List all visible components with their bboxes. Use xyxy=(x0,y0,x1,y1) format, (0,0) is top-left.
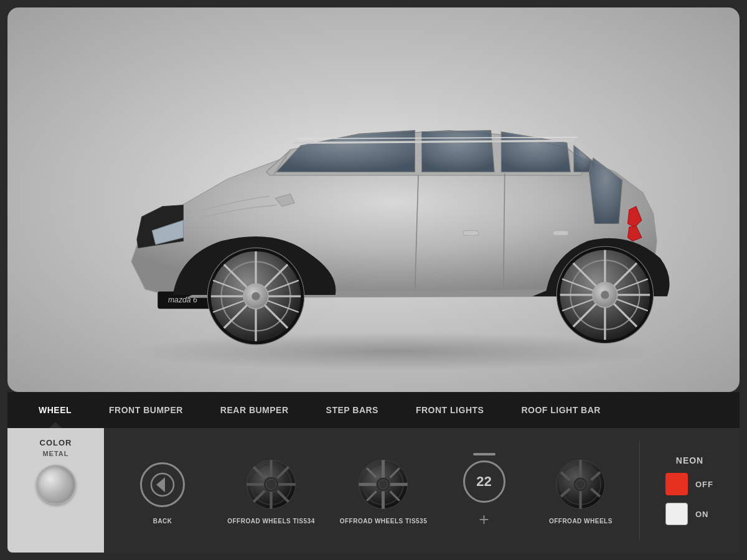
neon-off-label: OFF xyxy=(695,480,714,489)
car-illustration: mazda 6 xyxy=(62,27,685,372)
svg-point-56 xyxy=(378,480,388,489)
neon-on-option[interactable]: ON xyxy=(650,503,730,525)
navigation-bar: WHEEL FRONT BUMPER REAR BUMPER STEP BARS… xyxy=(7,392,740,428)
wheels-section: BACK xyxy=(104,428,639,553)
wheel-image-tis535 xyxy=(355,457,411,513)
nav-item-front-bumper[interactable]: FRONT BUMPER xyxy=(90,392,202,428)
car-image: mazda 6 xyxy=(7,7,740,392)
neon-off-option[interactable]: OFF xyxy=(650,473,730,495)
color-swatch[interactable] xyxy=(36,465,76,505)
color-subtitle: METAL xyxy=(42,450,68,457)
car-viewer: mazda 6 xyxy=(7,7,740,392)
bottom-panel: COLOR METAL BACK xyxy=(7,428,740,553)
size-decrease-button[interactable] xyxy=(473,453,496,455)
wheel-tis535[interactable]: OFFROAD WHEELS TIS535 xyxy=(327,457,440,525)
back-circle-button[interactable] xyxy=(140,462,185,507)
back-label: BACK xyxy=(153,518,172,525)
neon-on-color[interactable] xyxy=(665,503,688,525)
size-increase-button[interactable] xyxy=(473,508,496,531)
neon-off-color[interactable] xyxy=(665,473,688,495)
nav-item-wheel[interactable]: WHEEL xyxy=(20,392,90,428)
neon-section: NEON OFF ON xyxy=(640,428,740,553)
neon-on-label: ON xyxy=(695,510,714,519)
wheel-icon-tis534 xyxy=(245,458,298,511)
wheel-icon-last xyxy=(554,458,607,511)
wheel-size-selector[interactable]: 22 xyxy=(439,450,529,531)
svg-marker-32 xyxy=(156,477,165,492)
svg-point-44 xyxy=(266,479,276,490)
wheel-image-last xyxy=(553,457,609,513)
svg-point-30 xyxy=(601,291,609,299)
back-arrow-icon xyxy=(150,472,175,497)
nav-item-rear-bumper[interactable]: REAR BUMPER xyxy=(202,392,308,428)
svg-rect-7 xyxy=(463,231,478,236)
back-button-item[interactable]: BACK xyxy=(110,457,215,525)
nav-item-roof-light-bar[interactable]: ROOF LIGHT BAR xyxy=(502,392,619,428)
color-title: COLOR xyxy=(40,438,72,447)
wheel-label-last: OFFROAD WHEELS xyxy=(549,518,613,525)
svg-point-19 xyxy=(252,292,260,301)
svg-point-0 xyxy=(131,332,657,371)
size-badge: 22 xyxy=(463,460,505,503)
wheel-icon-tis535 xyxy=(357,458,410,511)
svg-point-66 xyxy=(576,480,585,489)
nav-item-front-lights[interactable]: FRONT LIGHTS xyxy=(397,392,502,428)
wheel-label-tis535: OFFROAD WHEELS TIS535 xyxy=(340,518,428,525)
color-section: COLOR METAL xyxy=(7,428,104,553)
wheel-tis534[interactable]: OFFROAD WHEELS TIS534 xyxy=(215,457,327,525)
svg-rect-8 xyxy=(553,231,568,236)
neon-title: NEON xyxy=(676,455,703,465)
wheel-label-tis534: OFFROAD WHEELS TIS534 xyxy=(227,518,315,525)
size-controls: 22 xyxy=(456,450,512,506)
wheel-tis-last[interactable]: OFFROAD WHEELS xyxy=(529,457,633,525)
back-button[interactable] xyxy=(134,457,190,513)
wheel-image-tis534 xyxy=(243,457,299,513)
nav-item-step-bars[interactable]: STEP BARS xyxy=(308,392,397,428)
